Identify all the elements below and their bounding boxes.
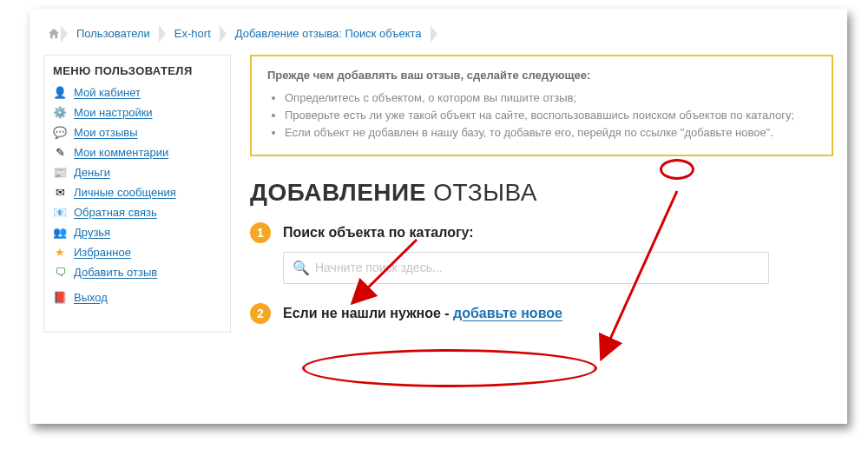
breadcrumb: Пользователи Ex-hort Добавление отзыва: … (43, 19, 833, 55)
mail-icon: ✉ (53, 186, 67, 199)
sidebar-item-add[interactable]: 🗨Добавить отзыв (53, 262, 221, 282)
notice-bullet: Если объект не добавлен в нашу базу, то … (285, 124, 816, 142)
notice-lead: Прежде чем добавлять ваш отзыв, сделайте… (267, 67, 816, 84)
catalog-search[interactable]: 🔍 (283, 252, 769, 284)
sidebar-item-label: Мои настройки (74, 106, 153, 119)
news-icon: 📰 (53, 166, 67, 179)
home-icon (47, 27, 61, 41)
sidebar-item-label: Обратная связь (74, 206, 157, 219)
annotation-circle (660, 159, 694, 180)
sidebar-item-label: Выход (74, 291, 108, 304)
step-badge: 2 (250, 303, 271, 324)
sidebar-item-cabinet[interactable]: 👤Мой кабинет (53, 82, 221, 102)
sidebar-item-label: Друзья (74, 226, 110, 239)
sidebar-item-feedback[interactable]: 📧Обратная связь (53, 202, 221, 222)
annotation-circle (302, 349, 597, 387)
step-2-label: Если не нашли нужное - добавьте новое (283, 306, 562, 321)
notice-box: Прежде чем добавлять ваш отзыв, сделайте… (250, 55, 833, 156)
gear-icon: ⚙️ (53, 106, 67, 119)
sidebar-item-label: Мои отзывы (74, 126, 138, 139)
sidebar-item-exit[interactable]: 📕Выход (53, 287, 221, 307)
star-icon: ★ (53, 246, 67, 259)
sidebar-item-label: Добавить отзыв (74, 266, 157, 279)
add-new-link[interactable]: добавьте новое (453, 306, 562, 320)
step-2: 2 Если не нашли нужное - добавьте новое (250, 303, 833, 324)
notice-bullet: Проверьте есть ли уже такой объект на са… (285, 107, 816, 124)
step-badge: 1 (250, 222, 271, 243)
notice-bullet: Определитесь с объектом, о котором вы пи… (285, 89, 816, 107)
envelope-icon: 📧 (53, 206, 67, 219)
breadcrumb-user[interactable]: Ex-hort (169, 24, 221, 43)
sidebar-item-messages[interactable]: ✉Личные сообщения (53, 182, 221, 202)
sidebar-item-favorite[interactable]: ★Избранное (53, 242, 221, 262)
breadcrumb-users[interactable]: Пользователи (71, 24, 161, 43)
user-icon: 👤 (53, 86, 67, 99)
search-icon: 🔍 (293, 260, 310, 276)
sidebar-item-reviews[interactable]: 💬Мои отзывы (53, 122, 221, 142)
sidebar-item-label: Мои комментарии (74, 146, 168, 159)
user-menu-title: МЕНЮ ПОЛЬЗОВАТЕЛЯ (53, 64, 221, 77)
sidebar-item-money[interactable]: 📰Деньги (53, 162, 221, 182)
catalog-search-input[interactable] (315, 261, 760, 274)
sidebar-item-settings[interactable]: ⚙️Мои настройки (53, 102, 221, 122)
sidebar-item-label: Избранное (74, 246, 131, 259)
sidebar-item-friends[interactable]: 👥Друзья (53, 222, 221, 242)
sidebar-item-label: Деньги (74, 166, 110, 179)
bubble-icon: 🗨 (53, 266, 67, 279)
step-1-label: Поиск объекта по каталогу: (283, 225, 474, 241)
user-menu: МЕНЮ ПОЛЬЗОВАТЕЛЯ 👤Мой кабинет ⚙️Мои нас… (43, 55, 231, 333)
step-1: 1 Поиск объекта по каталогу: (250, 222, 833, 243)
sidebar-item-comments[interactable]: ✎Мои комментарии (53, 142, 221, 162)
sidebar-item-label: Личные сообщения (74, 186, 176, 199)
page-title: ДОБАВЛЕНИЕ ОТЗЫВА (250, 179, 833, 207)
pencil-icon: ✎ (53, 146, 67, 159)
breadcrumb-home[interactable] (43, 27, 62, 41)
breadcrumb-current[interactable]: Добавление отзыва: Поиск объекта (230, 24, 432, 43)
main-content: Прежде чем добавлять ваш отзыв, сделайте… (250, 55, 833, 333)
people-icon: 👥 (53, 226, 67, 239)
exit-icon: 📕 (53, 291, 67, 304)
chat-icon: 💬 (53, 126, 67, 139)
sidebar-item-label: Мой кабинет (74, 86, 141, 99)
